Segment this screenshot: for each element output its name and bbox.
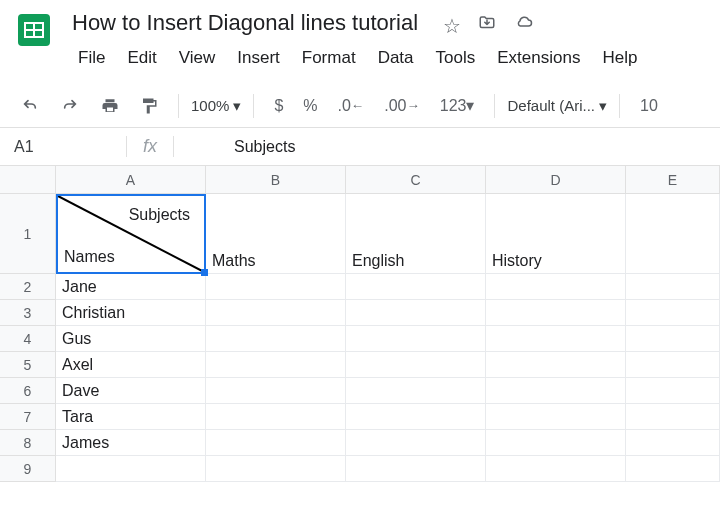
column-header[interactable]: E: [626, 166, 720, 194]
cell[interactable]: [206, 430, 346, 456]
row-header[interactable]: 4: [0, 326, 56, 352]
cell[interactable]: [206, 300, 346, 326]
row-header[interactable]: 1: [0, 194, 56, 274]
cell[interactable]: [346, 404, 486, 430]
cell[interactable]: [346, 326, 486, 352]
chevron-down-icon: ▾: [599, 97, 607, 115]
column-header[interactable]: A: [56, 166, 206, 194]
cell[interactable]: [56, 456, 206, 482]
cell[interactable]: Maths: [206, 194, 346, 274]
cell[interactable]: [206, 378, 346, 404]
font-selector[interactable]: Default (Ari...▾: [507, 97, 607, 115]
formula-bar[interactable]: Subjects: [174, 138, 295, 156]
cell[interactable]: [486, 274, 626, 300]
cell[interactable]: [486, 352, 626, 378]
name-box[interactable]: A1: [6, 138, 126, 156]
cell[interactable]: Tara: [56, 404, 206, 430]
move-icon[interactable]: [477, 14, 497, 38]
row-header[interactable]: 6: [0, 378, 56, 404]
document-title[interactable]: How to Insert Diagonal lines tutorial: [68, 8, 422, 38]
cell[interactable]: [206, 404, 346, 430]
cell[interactable]: Axel: [56, 352, 206, 378]
cell[interactable]: Dave: [56, 378, 206, 404]
print-button[interactable]: [92, 91, 128, 121]
cell[interactable]: [346, 456, 486, 482]
row-header[interactable]: 8: [0, 430, 56, 456]
menu-bar: File Edit View Insert Format Data Tools …: [68, 44, 708, 72]
cell[interactable]: [626, 326, 720, 352]
cell[interactable]: [626, 430, 720, 456]
currency-button[interactable]: $: [266, 91, 291, 121]
toolbar: 100%▾ $ % .0← .00→ 123▾ Default (Ari...▾…: [0, 84, 720, 128]
menu-help[interactable]: Help: [592, 44, 647, 72]
fx-label: fx: [126, 136, 174, 157]
column-header[interactable]: D: [486, 166, 626, 194]
cell[interactable]: Christian: [56, 300, 206, 326]
chevron-down-icon: ▾: [233, 97, 241, 115]
cell[interactable]: [626, 300, 720, 326]
cell[interactable]: [626, 194, 720, 274]
select-all-corner[interactable]: [0, 166, 56, 194]
percent-button[interactable]: %: [295, 91, 325, 121]
cell[interactable]: [626, 274, 720, 300]
column-header[interactable]: B: [206, 166, 346, 194]
menu-insert[interactable]: Insert: [227, 44, 290, 72]
menu-format[interactable]: Format: [292, 44, 366, 72]
row-header[interactable]: 5: [0, 352, 56, 378]
cell[interactable]: [626, 404, 720, 430]
cloud-icon[interactable]: [513, 14, 535, 38]
cell[interactable]: [486, 404, 626, 430]
number-format-button[interactable]: 123▾: [432, 90, 483, 121]
sheets-logo[interactable]: [12, 8, 56, 52]
cell[interactable]: [486, 456, 626, 482]
cell-A1-selected[interactable]: Subjects Names: [56, 194, 206, 274]
menu-file[interactable]: File: [68, 44, 115, 72]
cell[interactable]: [626, 352, 720, 378]
row-header[interactable]: 2: [0, 274, 56, 300]
cell[interactable]: [346, 352, 486, 378]
cell[interactable]: [486, 378, 626, 404]
font-size[interactable]: 10: [632, 91, 666, 121]
cell-text-bottom: Names: [64, 248, 115, 266]
cell[interactable]: English: [346, 194, 486, 274]
cell[interactable]: [626, 456, 720, 482]
spreadsheet-grid[interactable]: 1 2 3 4 5 6 7 8 9 A B C D E Subjects Nam…: [0, 166, 720, 482]
cell[interactable]: [206, 326, 346, 352]
cell[interactable]: [206, 274, 346, 300]
paint-format-button[interactable]: [132, 91, 166, 121]
cell[interactable]: [346, 300, 486, 326]
chevron-down-icon: ▾: [466, 96, 474, 115]
cell[interactable]: [346, 378, 486, 404]
fill-handle[interactable]: [201, 269, 208, 276]
row-header[interactable]: 7: [0, 404, 56, 430]
cell[interactable]: [206, 352, 346, 378]
column-header[interactable]: C: [346, 166, 486, 194]
menu-tools[interactable]: Tools: [426, 44, 486, 72]
row-header[interactable]: 3: [0, 300, 56, 326]
increase-decimal-button[interactable]: .00→: [376, 91, 428, 121]
undo-button[interactable]: [12, 92, 48, 120]
cell[interactable]: Gus: [56, 326, 206, 352]
menu-extensions[interactable]: Extensions: [487, 44, 590, 72]
menu-data[interactable]: Data: [368, 44, 424, 72]
redo-button[interactable]: [52, 92, 88, 120]
cell[interactable]: [486, 326, 626, 352]
cell[interactable]: History: [486, 194, 626, 274]
menu-view[interactable]: View: [169, 44, 226, 72]
cell[interactable]: [346, 430, 486, 456]
cell[interactable]: [346, 274, 486, 300]
cell[interactable]: [206, 456, 346, 482]
cell[interactable]: James: [56, 430, 206, 456]
cell[interactable]: [486, 430, 626, 456]
decrease-decimal-button[interactable]: .0←: [330, 91, 373, 121]
cell-text-top: Subjects: [129, 206, 190, 224]
star-icon[interactable]: ☆: [443, 14, 461, 38]
cell[interactable]: Jane: [56, 274, 206, 300]
cell[interactable]: [486, 300, 626, 326]
row-header[interactable]: 9: [0, 456, 56, 482]
cell[interactable]: [626, 378, 720, 404]
zoom-selector[interactable]: 100%▾: [191, 97, 241, 115]
menu-edit[interactable]: Edit: [117, 44, 166, 72]
